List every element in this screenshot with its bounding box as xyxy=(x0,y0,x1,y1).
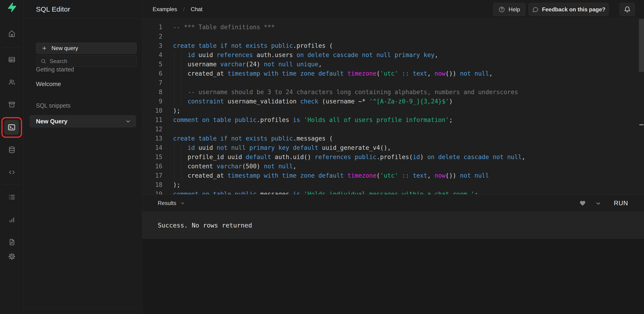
line-number: 2 xyxy=(142,32,162,41)
line-number: 3 xyxy=(142,41,162,50)
settings-gear-icon[interactable] xyxy=(0,252,24,260)
editor-scrollbar-thumb[interactable] xyxy=(639,19,644,72)
line-number: 6 xyxy=(142,69,162,78)
line-number: 10 xyxy=(142,106,162,115)
line-number: 14 xyxy=(142,143,162,152)
sql-editor-icon[interactable] xyxy=(4,120,19,135)
api-code-icon[interactable] xyxy=(0,168,24,176)
chevron-down-icon xyxy=(180,200,185,206)
section-label: Getting started xyxy=(36,66,136,73)
logs-list-icon[interactable] xyxy=(0,193,24,201)
notifications-button[interactable] xyxy=(620,3,635,16)
indent-guide xyxy=(182,143,182,152)
indent-guide xyxy=(174,88,174,97)
heart-icon xyxy=(579,200,586,207)
breadcrumb: Examples / Chat xyxy=(153,0,202,18)
line-number: 17 xyxy=(142,171,162,180)
feedback-label: Feedback on this page? xyxy=(542,6,605,13)
indent-guide xyxy=(174,60,174,69)
indent-guide xyxy=(174,162,174,171)
line-number: 12 xyxy=(142,124,162,134)
table-editor-icon[interactable] xyxy=(0,56,24,64)
new-query-button[interactable]: New query xyxy=(36,43,137,54)
code-line: 11comment on table public.profiles is 'H… xyxy=(142,115,644,124)
page-title: SQL Editor xyxy=(36,5,70,13)
sql-code-editor[interactable]: 1-- *** Table definitions ***23create ta… xyxy=(142,18,644,194)
line-number: 8 xyxy=(142,88,162,97)
indent-guide xyxy=(174,78,174,88)
icon-rail xyxy=(0,0,24,314)
run-button[interactable]: RUN xyxy=(614,194,628,212)
breadcrumb-examples[interactable]: Examples xyxy=(153,6,177,12)
code-line: 10); xyxy=(142,106,644,115)
sidebar-divider xyxy=(24,308,142,309)
rail-divider xyxy=(4,184,20,184)
code-line: 19comment on table public.messages is 'H… xyxy=(142,190,644,194)
line-number: 13 xyxy=(142,134,162,143)
code-line: 9 constraint username_validation check (… xyxy=(142,97,644,106)
section-label: SQL snippets xyxy=(36,102,136,109)
database-icon[interactable] xyxy=(0,146,24,154)
sidebar-item-new-query[interactable]: New Query xyxy=(30,115,136,128)
run-options-button[interactable] xyxy=(595,200,601,206)
code-line: 3create table if not exists public.profi… xyxy=(142,41,644,50)
docs-file-icon[interactable] xyxy=(0,238,24,246)
search-input[interactable] xyxy=(50,58,136,64)
app-window: SQL Editor New query Getting startedWelc… xyxy=(0,0,644,314)
rail-divider xyxy=(4,48,20,48)
plus-icon xyxy=(41,45,47,51)
new-query-label: New query xyxy=(52,45,78,52)
line-number: 4 xyxy=(142,50,162,60)
home-icon[interactable] xyxy=(0,30,24,38)
indent-guide xyxy=(174,97,174,106)
line-number: 19 xyxy=(142,190,162,194)
feedback-button[interactable]: Feedback on this page? xyxy=(528,3,609,16)
breadcrumb-chat[interactable]: Chat xyxy=(191,6,202,12)
line-number: 18 xyxy=(142,180,162,190)
search-icon xyxy=(40,58,46,64)
code-line: 4 id uuid references auth.users on delet… xyxy=(142,50,644,60)
help-circle-icon xyxy=(498,6,505,13)
chat-bubble-icon xyxy=(532,6,539,13)
chevron-down-icon xyxy=(125,118,131,124)
line-number: 1 xyxy=(142,22,162,32)
indent-guide xyxy=(182,50,182,60)
success-message: Success. No rows returned xyxy=(158,222,252,229)
code-lines: 1-- *** Table definitions ***23create ta… xyxy=(142,18,644,194)
sidebar-item-welcome[interactable]: Welcome xyxy=(30,80,136,88)
help-button[interactable]: Help xyxy=(493,3,526,16)
indent-guide xyxy=(182,97,182,106)
code-line: 17 created_at timestamp with time zone d… xyxy=(142,171,644,180)
run-label: RUN xyxy=(614,200,628,207)
supabase-logo[interactable] xyxy=(0,2,24,12)
line-number: 16 xyxy=(142,162,162,171)
reports-chart-icon[interactable] xyxy=(0,216,24,224)
indent-guide xyxy=(174,152,174,162)
code-line: 16 content varchar(500) not null, xyxy=(142,162,644,171)
chevron-down-icon xyxy=(595,200,601,206)
sidebar-item-label: Welcome xyxy=(36,80,61,88)
code-line: 6 created_at timestamp with time zone de… xyxy=(142,69,644,78)
search-box xyxy=(36,56,137,67)
breadcrumb-separator: / xyxy=(183,6,185,12)
code-line: 8 -- username should be 3 to 24 characte… xyxy=(142,88,644,97)
bell-icon xyxy=(624,6,631,13)
auth-users-icon[interactable] xyxy=(0,78,24,86)
indent-guide xyxy=(182,60,182,69)
query-result-message-strip: Success. No rows returned xyxy=(142,212,644,239)
code-line: 15 profile_id uuid default auth.uid() re… xyxy=(142,152,644,162)
sidebar-header: SQL Editor xyxy=(24,0,142,18)
code-line: 13create table if not exists public.mess… xyxy=(142,134,644,143)
line-number: 11 xyxy=(142,115,162,124)
indent-guide xyxy=(182,69,182,78)
code-line: 12 xyxy=(142,124,644,134)
indent-guide xyxy=(182,162,182,171)
results-label: Results xyxy=(158,200,176,206)
favorite-button[interactable] xyxy=(579,200,586,207)
results-empty-area xyxy=(142,239,644,314)
results-tab[interactable]: Results xyxy=(158,194,185,212)
indent-guide xyxy=(182,78,182,88)
indent-guide xyxy=(174,171,174,180)
line-number: 7 xyxy=(142,78,162,88)
storage-icon[interactable] xyxy=(0,101,24,108)
